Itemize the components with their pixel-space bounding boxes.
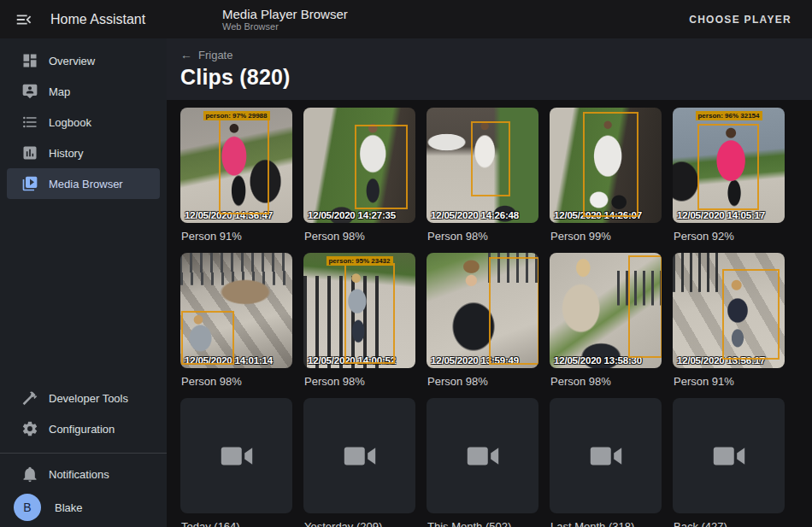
clip-label: Person 99% xyxy=(550,230,661,243)
clip-cell: 12/05/2020 13:59:49 Person 98% xyxy=(427,253,538,398)
bell-icon xyxy=(21,466,38,483)
page-subtitle: Web Browser xyxy=(222,21,684,32)
clip-cell: 12/05/2020 13:56:17 Person 91% xyxy=(673,253,785,398)
folder-card[interactable] xyxy=(550,398,662,513)
clip-timestamp: 12/05/2020 14:00:52 xyxy=(308,355,396,366)
detection-label: person: 97% 29988 xyxy=(203,111,269,120)
folder-card[interactable] xyxy=(427,398,538,513)
clip-label: Person 98% xyxy=(304,230,415,243)
clip-timestamp: 12/05/2020 14:01:14 xyxy=(185,355,273,366)
choose-player-button[interactable]: CHOOSE PLAYER xyxy=(684,13,797,26)
clips-grid: person: 97% 29988 12/05/2020 14:36:47 Pe… xyxy=(167,100,812,527)
view-dashboard-icon xyxy=(21,52,38,69)
sidebar-nav-bottom: Developer Tools Configuration xyxy=(0,383,167,444)
clip-timestamp: 12/05/2020 14:36:47 xyxy=(185,210,273,220)
sidebar-item-developer-tools[interactable]: Developer Tools xyxy=(7,383,160,413)
top-bar: Home Assistant Media Player Browser Web … xyxy=(0,0,812,38)
clip-timestamp: 12/05/2020 13:59:49 xyxy=(431,355,519,366)
chart-box-icon xyxy=(21,144,38,161)
app-window: Home Assistant Media Player Browser Web … xyxy=(0,0,812,527)
clip-card[interactable]: person: 97% 29988 12/05/2020 14:36:47 xyxy=(180,108,292,223)
menu-toggle-icon[interactable] xyxy=(15,10,33,29)
clip-card[interactable]: person: 96% 32154 12/05/2020 14:05:17 xyxy=(673,108,785,223)
clip-card[interactable]: 12/05/2020 14:26:48 xyxy=(427,108,538,223)
sidebar-item-overview[interactable]: Overview xyxy=(7,45,160,76)
folder-label: Last Month (318) xyxy=(550,520,661,527)
clip-cell: person: 95% 23432 12/05/2020 14:00:52 Pe… xyxy=(303,253,415,398)
clip-card[interactable]: 12/05/2020 14:26:07 xyxy=(550,108,662,223)
clip-cell: 12/05/2020 14:27:35 Person 98% xyxy=(303,108,415,253)
folder-card[interactable] xyxy=(303,398,415,513)
avatar: B xyxy=(14,494,41,521)
clip-timestamp: 12/05/2020 14:05:17 xyxy=(677,210,765,220)
sidebar-item-media-browser[interactable]: Media Browser xyxy=(7,168,160,199)
clip-cell: 12/05/2020 14:26:07 Person 99% xyxy=(550,108,662,253)
page-title-block: Media Player Browser Web Browser xyxy=(222,7,684,32)
sidebar-item-history[interactable]: History xyxy=(7,138,160,168)
folder-card[interactable] xyxy=(673,398,785,513)
detection-label: person: 96% 32154 xyxy=(695,111,762,120)
clip-label: Person 98% xyxy=(181,375,291,388)
folder-cell: Yesterday (209) xyxy=(303,398,415,527)
sidebar-spacer xyxy=(0,199,167,383)
video-camera-icon xyxy=(709,436,749,476)
folder-label: Yesterday (209) xyxy=(304,520,415,527)
sidebar-item-profile[interactable]: B Blake xyxy=(7,489,160,525)
clip-label: Person 98% xyxy=(304,375,415,388)
clip-card[interactable]: 12/05/2020 13:56:17 xyxy=(673,253,785,368)
clip-timestamp: 12/05/2020 14:26:07 xyxy=(554,210,642,220)
sidebar-item-configuration[interactable]: Configuration xyxy=(7,413,160,444)
folder-cell: Today (164) xyxy=(180,398,292,527)
hammer-icon xyxy=(21,389,38,407)
sidebar-item-map[interactable]: Map xyxy=(7,76,160,107)
play-box-multiple-icon xyxy=(21,175,38,192)
sidebar-item-notifications[interactable]: Notifications xyxy=(7,459,160,489)
folder-cell: Back (427) xyxy=(673,398,785,527)
content-header: ← Frigate Clips (820) xyxy=(167,38,812,100)
clip-card[interactable]: person: 95% 23432 12/05/2020 14:00:52 xyxy=(303,253,415,368)
tooltip-account-icon xyxy=(21,83,38,100)
sidebar-item-logbook[interactable]: Logbook xyxy=(7,107,160,138)
folder-card[interactable] xyxy=(180,398,292,513)
clip-label: Person 91% xyxy=(674,375,784,388)
breadcrumb-back[interactable]: ← Frigate xyxy=(180,38,232,61)
page-heading: Clips (820) xyxy=(180,65,812,90)
video-camera-icon xyxy=(340,436,380,476)
clip-label: Person 98% xyxy=(427,230,538,243)
clip-card[interactable]: 12/05/2020 14:01:14 xyxy=(180,253,292,368)
clip-label: Person 91% xyxy=(181,230,291,243)
clip-cell: person: 96% 32154 12/05/2020 14:05:17 Pe… xyxy=(673,108,785,253)
clip-label: Person 98% xyxy=(427,375,538,388)
folder-label: Today (164) xyxy=(181,520,291,527)
back-arrow-icon: ← xyxy=(180,50,192,61)
notifications-label: Notifications xyxy=(49,468,109,481)
clip-label: Person 98% xyxy=(550,375,661,388)
clip-card[interactable]: 12/05/2020 14:27:35 xyxy=(303,108,415,223)
sidebar: Overview Map Logbook History Media Brows… xyxy=(0,38,167,527)
folder-label: This Month (502) xyxy=(427,520,538,527)
clip-timestamp: 12/05/2020 13:56:17 xyxy=(677,355,765,366)
gear-icon xyxy=(21,420,38,437)
folder-cell: This Month (502) xyxy=(427,398,538,527)
clip-cell: 12/05/2020 14:26:48 Person 98% xyxy=(427,108,538,253)
clip-card[interactable]: 12/05/2020 13:58:30 xyxy=(550,253,662,368)
sidebar-header: Home Assistant xyxy=(0,10,167,29)
page-title: Media Player Browser xyxy=(222,7,684,21)
folder-cell: Last Month (318) xyxy=(550,398,662,527)
folder-label: Back (427) xyxy=(674,520,784,527)
clip-timestamp: 12/05/2020 14:26:48 xyxy=(431,210,519,220)
app-title: Home Assistant xyxy=(50,12,145,27)
clip-label: Person 92% xyxy=(674,230,784,243)
sidebar-nav: Overview Map Logbook History Media Brows… xyxy=(0,45,167,199)
clip-card[interactable]: 12/05/2020 13:59:49 xyxy=(427,253,538,368)
clip-cell: 12/05/2020 14:01:14 Person 98% xyxy=(180,253,292,398)
list-bulleted-icon xyxy=(21,114,38,131)
video-camera-icon xyxy=(217,436,256,476)
clip-timestamp: 12/05/2020 14:27:35 xyxy=(308,210,396,220)
clip-cell: person: 97% 29988 12/05/2020 14:36:47 Pe… xyxy=(180,108,292,253)
breadcrumb-label: Frigate xyxy=(198,49,232,61)
detection-label: person: 95% 23432 xyxy=(326,256,392,266)
video-camera-icon xyxy=(586,436,626,476)
clip-timestamp: 12/05/2020 13:58:30 xyxy=(554,355,642,366)
profile-name: Blake xyxy=(55,501,83,514)
